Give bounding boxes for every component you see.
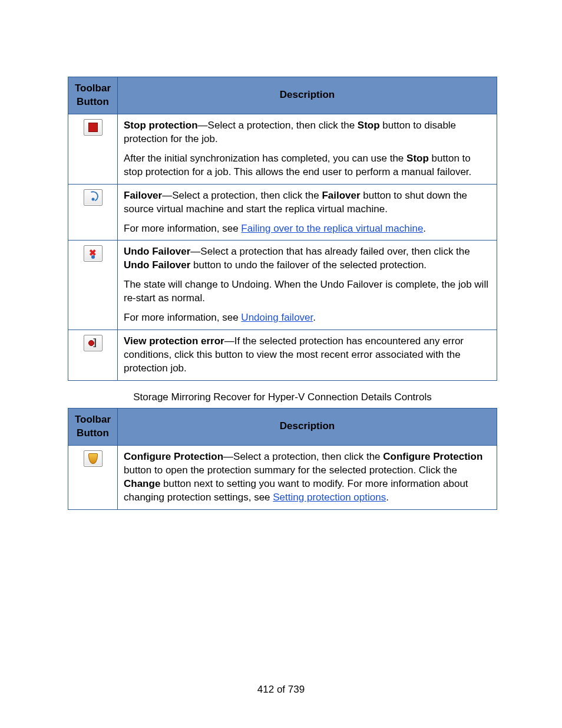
document-page: Toolbar Button Description Stop protecti… <box>0 0 562 728</box>
text: —Select a protection, then click the <box>198 120 358 131</box>
term-label: Failover <box>124 190 162 201</box>
table-row: Failover—Select a protection, then click… <box>68 184 497 241</box>
icon-cell <box>68 330 118 381</box>
table2-header-description: Description <box>118 408 497 445</box>
term-label: View protection error <box>124 335 224 347</box>
icon-cell <box>68 445 118 509</box>
icon-cell <box>68 114 118 184</box>
term-label: Undo Failover <box>124 246 190 257</box>
link-undoing-failover[interactable]: Undoing failover <box>241 312 313 323</box>
text: After the initial synchronization has co… <box>124 153 406 164</box>
table1-header-description: Description <box>118 77 497 114</box>
text: button to open the protection summary fo… <box>124 465 457 476</box>
table-row: Configure Protection—Select a protection… <box>68 445 497 509</box>
term-label: Stop protection <box>124 120 198 131</box>
text: For more information, see <box>124 312 241 323</box>
page-footer: 412 of 739 <box>0 684 562 696</box>
term-label: Configure Protection <box>124 451 223 462</box>
toolbar-controls-table-2: Toolbar Button Description Configure Pro… <box>68 408 497 510</box>
text: . <box>423 223 426 234</box>
stop-protection-icon <box>84 119 103 136</box>
description-cell: Stop protection—Select a protection, the… <box>118 114 497 184</box>
description-cell: Failover—Select a protection, then click… <box>118 184 497 241</box>
link-failing-over[interactable]: Failing over to the replica virtual mach… <box>241 223 423 234</box>
link-setting-protection-options[interactable]: Setting protection options <box>273 492 386 503</box>
configure-protection-icon <box>84 450 103 467</box>
text: button to undo the failover of the selec… <box>190 259 427 271</box>
button-ref: Stop <box>406 153 429 164</box>
text: For more information, see <box>124 223 241 234</box>
button-ref: Change <box>124 478 160 489</box>
table-row: Undo Failover—Select a protection that h… <box>68 241 497 330</box>
button-ref: Failover <box>322 190 360 201</box>
text: —Select a protection that has already fa… <box>190 246 470 257</box>
table-row: View protection error—If the selected pr… <box>68 330 497 381</box>
text: The state will change to Undoing. When t… <box>124 278 491 305</box>
table2-header-toolbar-button: Toolbar Button <box>68 408 118 445</box>
description-cell: View protection error—If the selected pr… <box>118 330 497 381</box>
failover-icon <box>84 189 103 206</box>
description-cell: Undo Failover—Select a protection that h… <box>118 241 497 330</box>
text: . <box>313 312 316 323</box>
table-row: Stop protection—Select a protection, the… <box>68 114 497 184</box>
button-ref: Undo Failover <box>124 259 190 271</box>
table2-caption: Storage Mirroring Recover for Hyper-V Co… <box>68 391 497 403</box>
button-ref: Configure Protection <box>383 451 482 462</box>
view-error-icon <box>84 335 103 351</box>
table1-header-toolbar-button: Toolbar Button <box>68 77 118 114</box>
text: —Select a protection, then click the <box>162 190 322 201</box>
button-ref: Stop <box>358 120 380 131</box>
icon-cell <box>68 241 118 330</box>
icon-cell <box>68 184 118 241</box>
text: —Select a protection, then click the <box>223 451 383 462</box>
toolbar-controls-table-1: Toolbar Button Description Stop protecti… <box>68 77 497 381</box>
description-cell: Configure Protection—Select a protection… <box>118 445 497 509</box>
text: . <box>386 492 389 503</box>
undo-failover-icon <box>84 245 103 262</box>
